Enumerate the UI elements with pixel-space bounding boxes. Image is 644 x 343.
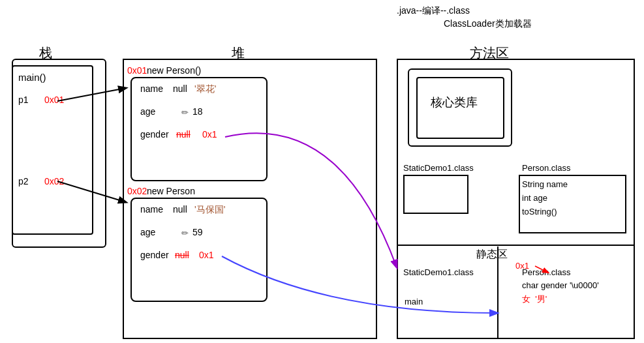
- person-tostring: toString(): [522, 205, 568, 219]
- p1-addr: 0x01: [44, 95, 64, 105]
- obj1-name-null: null: [173, 83, 187, 94]
- main-label: main(): [18, 72, 46, 83]
- obj1-gender-null: null: [176, 129, 191, 140]
- obj1-gender-val: 0x1: [202, 129, 217, 140]
- person-gender-values: 女 '男': [522, 293, 599, 306]
- p1-label: p1: [18, 95, 29, 105]
- obj2-addr: 0x02: [127, 186, 147, 196]
- obj1-new: new Person(): [147, 65, 201, 76]
- p2-addr: 0x02: [44, 176, 64, 186]
- person-string-name: String name: [522, 178, 568, 192]
- obj2-gender-null: null: [175, 250, 189, 260]
- static-divider-vertical: [497, 246, 498, 338]
- obj2-gender-val: 0x1: [199, 250, 214, 260]
- main-static-label: main: [405, 297, 423, 306]
- obj2-name-val: '马保国': [194, 204, 225, 216]
- person-class-method-content: String name int age toString(): [522, 178, 568, 218]
- stack-frame: [12, 65, 93, 235]
- java-compile-label: .java--编译--.class: [397, 5, 470, 17]
- obj2-age-label: age: [140, 227, 155, 237]
- static-demo-method-label: StaticDemo1.class: [403, 163, 474, 173]
- pencil-icon-obj1: ✏: [181, 108, 189, 117]
- person-class-static-label: Person.class: [522, 267, 570, 277]
- obj2-new: new Person: [147, 186, 195, 196]
- p2-label: p2: [18, 176, 29, 186]
- obj1-name-label: name: [140, 83, 163, 94]
- obj2-age-val: 59: [192, 227, 203, 237]
- obj1-addr: 0x01: [127, 65, 147, 76]
- obj2-gender-label: gender: [140, 250, 169, 260]
- obj2-name-null: null: [173, 204, 187, 215]
- core-lib-label: 核心类库: [431, 95, 478, 110]
- pencil-icon-obj2: ✏: [181, 228, 189, 238]
- obj1-age-val: 18: [192, 106, 203, 117]
- obj1-name-val: '翠花': [194, 83, 216, 95]
- obj2-name-label: name: [140, 204, 163, 215]
- person-int-age: int age: [522, 192, 568, 205]
- diagram-container: .java--编译--.class ClassLoader类加载器 栈 main…: [0, 0, 644, 343]
- method-divider: [397, 245, 635, 246]
- static-demo-static-label: StaticDemo1.class: [403, 267, 474, 277]
- obj1-age-label: age: [140, 106, 155, 117]
- person-class-method-label: Person.class: [522, 163, 570, 173]
- person-char-gender: char gender '\u0000': [522, 279, 599, 293]
- static-demo-method-box: [403, 175, 468, 214]
- static-area-label: 静态区: [476, 248, 508, 261]
- obj1-gender-label: gender: [140, 129, 169, 140]
- classloader-label: ClassLoader类加载器: [444, 18, 532, 30]
- person-class-static-content: char gender '\u0000' 女 '男': [522, 279, 599, 306]
